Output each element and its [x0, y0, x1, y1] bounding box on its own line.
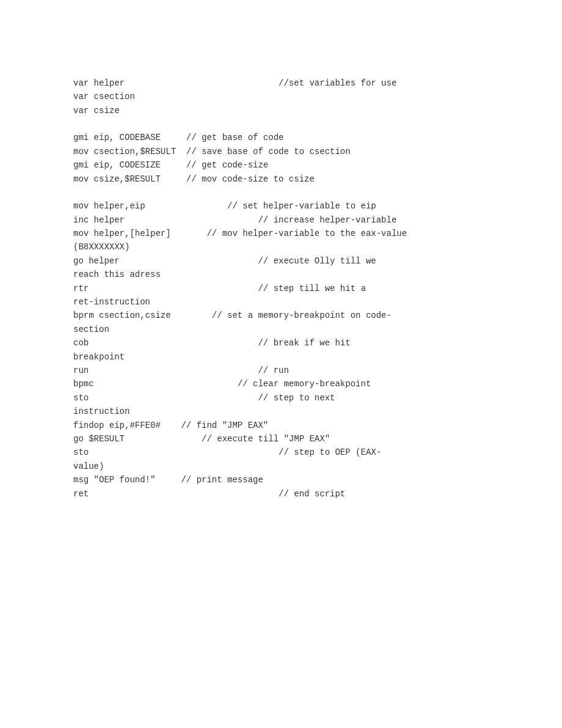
code-line: reach this adress: [73, 268, 489, 281]
code-line: findop eip,#FFE0# // find "JMP EAX": [73, 419, 489, 432]
code-line: go $RESULT // execute till "JMP EAX": [73, 432, 489, 446]
code-line: section: [73, 323, 489, 336]
code-line: gmi eip, CODEBASE // get base of code: [73, 131, 489, 144]
code-line: rtr // step till we hit a: [73, 282, 489, 295]
code-line: value): [73, 460, 489, 473]
code-line: sto // step to next: [73, 391, 489, 405]
code-line: sto // step to OEP (EAX-: [73, 446, 489, 459]
code-line: cob // break if we hit: [73, 336, 489, 350]
code-block: var helper //set variables for usevar cs…: [73, 76, 489, 501]
code-line: run // run: [73, 364, 489, 377]
code-line: var csize: [73, 104, 489, 117]
code-container: var helper //set variables for usevar cs…: [0, 0, 562, 563]
code-line: [73, 186, 489, 199]
code-line: ret // end script: [73, 487, 489, 501]
code-line: bpmc // clear memory-breakpoint: [73, 377, 489, 391]
code-line: inc helper // increase helper-variable: [73, 213, 489, 227]
code-line: mov csection,$RESULT // save base of cod…: [73, 145, 489, 158]
code-line: gmi eip, CODESIZE // get code-size: [73, 158, 489, 172]
code-line: mov helper,[helper] // mov helper-variab…: [73, 227, 489, 240]
code-line: instruction: [73, 405, 489, 418]
code-line: var csection: [73, 90, 489, 103]
code-line: var helper //set variables for use: [73, 76, 489, 90]
code-line: (B8XXXXXXX): [73, 240, 489, 254]
code-line: [73, 117, 489, 131]
code-line: mov csize,$RESULT // mov code-size to cs…: [73, 172, 489, 186]
code-line: breakpoint: [73, 350, 489, 364]
code-line: go helper // execute Olly till we: [73, 254, 489, 268]
code-line: ret-instruction: [73, 295, 489, 309]
code-line: bprm csection,csize // set a memory-brea…: [73, 309, 489, 322]
code-line: msg "OEP found!" // print message: [73, 473, 489, 487]
code-line: mov helper,eip // set helper-variable to…: [73, 199, 489, 213]
